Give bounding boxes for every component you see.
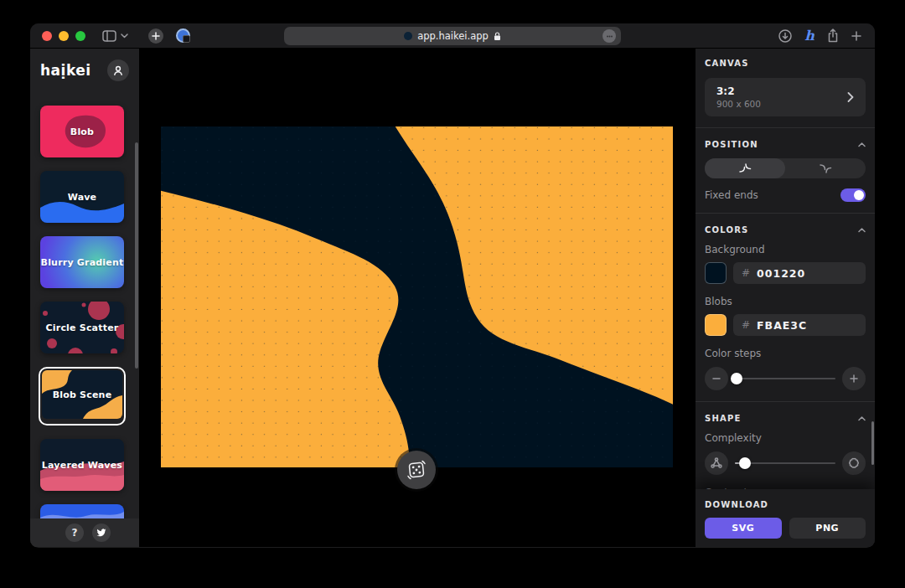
color-steps-slider-thumb[interactable] (731, 373, 742, 384)
site-favicon (404, 32, 412, 40)
complexity-slider[interactable] (735, 457, 835, 469)
page-settings-icon[interactable] (602, 29, 616, 43)
hash-prefix: # (742, 319, 750, 331)
add-circle-button[interactable] (148, 28, 163, 44)
background-hex-input[interactable] (757, 267, 857, 280)
template-label: Layered Waves (40, 439, 124, 491)
complexity-low-icon[interactable] (705, 451, 728, 475)
blobs-hex-field[interactable]: # (733, 314, 866, 336)
url-text: app.haikei.app (417, 30, 489, 42)
address-bar[interactable]: app.haikei.app (284, 27, 621, 45)
color-steps-minus-button[interactable] (705, 367, 728, 390)
canvas-area (139, 49, 696, 547)
download-section-title: DOWNLOAD (696, 489, 875, 509)
sidebar-footer: ? (30, 518, 139, 547)
panel-scrollbar[interactable] (871, 421, 874, 465)
template-card-blob[interactable]: Blob (40, 106, 124, 157)
canvas-section-title: CANVAS (705, 59, 749, 68)
slider-track (735, 378, 835, 379)
color-steps-plus-button[interactable] (842, 367, 866, 390)
user-avatar[interactable] (107, 59, 129, 81)
browser-window: app.haikei.app h haịkei (30, 23, 875, 548)
sidebar-toggle-icon[interactable] (102, 30, 116, 42)
extension-icon[interactable] (176, 28, 190, 43)
background-label: Background (696, 235, 875, 255)
template-card-layered-waves[interactable]: Layered Waves (40, 439, 124, 491)
color-steps-label: Color steps (696, 336, 875, 359)
colors-section-title: COLORS (705, 225, 748, 235)
download-png-button[interactable]: PNG (789, 518, 866, 539)
template-card-partial[interactable] (40, 504, 124, 518)
background-color-swatch[interactable] (705, 262, 727, 284)
collapse-chevron-icon[interactable] (858, 142, 866, 147)
close-window-button[interactable] (42, 31, 52, 41)
download-bar: DOWNLOAD SVG PNG (696, 489, 875, 547)
complexity-label: Complexity (696, 423, 875, 444)
template-label: Wave (40, 171, 124, 223)
collapse-chevron-icon[interactable] (858, 228, 866, 233)
template-card-wave[interactable]: Wave (40, 171, 124, 223)
traffic-lights (42, 31, 85, 41)
share-icon[interactable] (827, 28, 839, 43)
app-logo: haịkei (40, 62, 91, 79)
template-card-blob-scene-selected[interactable]: Blob Scene (39, 367, 126, 426)
position-section-title: POSITION (705, 140, 758, 149)
template-label: Circle Scatter (40, 302, 124, 353)
settings-panel: CANVAS 3:2 900 x 600 POSITION (696, 49, 875, 547)
toggle-knob (854, 190, 864, 200)
sidebar-scrollbar[interactable] (135, 142, 138, 369)
hash-prefix: # (742, 267, 750, 279)
download-svg-button[interactable]: SVG (705, 518, 782, 539)
twitter-button[interactable] (92, 524, 111, 542)
canvas-size-card[interactable]: 3:2 900 x 600 (705, 78, 866, 116)
lock-icon (494, 32, 501, 41)
randomize-dice-button[interactable] (397, 451, 436, 489)
browser-toolbar: app.haikei.app h (30, 23, 875, 49)
complexity-high-icon[interactable] (842, 451, 866, 475)
blobs-color-swatch[interactable] (705, 314, 727, 336)
blobs-hex-input[interactable] (757, 319, 857, 332)
sidebar-header: haịkei (30, 49, 139, 92)
background-hex-field[interactable]: # (733, 262, 866, 284)
template-list: Blob Wave Blurry Gradient Circle Scatter (30, 92, 139, 518)
new-tab-icon[interactable] (851, 31, 861, 41)
sidebar: haịkei Blob Wave Blurry Gradient (30, 49, 139, 547)
canvas-dimensions: 900 x 600 (716, 99, 761, 109)
template-card-blurry-gradient[interactable]: Blurry Gradient (40, 236, 124, 288)
shape-section-title: SHAPE (705, 414, 741, 423)
collapse-chevron-icon[interactable] (858, 416, 866, 421)
fixed-ends-toggle[interactable] (840, 188, 866, 202)
position-segmented-control (705, 158, 866, 178)
downloads-icon[interactable] (778, 29, 792, 43)
fixed-ends-label: Fixed ends (705, 189, 758, 201)
template-card-circle-scatter[interactable]: Circle Scatter (40, 302, 124, 353)
chevron-down-icon[interactable] (121, 34, 128, 39)
template-label: Blurry Gradient (40, 236, 124, 288)
haikei-extension-icon[interactable]: h (804, 29, 814, 43)
zoom-window-button[interactable] (75, 31, 85, 41)
chevron-right-icon (847, 92, 854, 102)
position-option-flow-a[interactable] (705, 158, 785, 178)
template-label: Blob Scene (42, 370, 122, 419)
color-steps-slider[interactable] (735, 373, 835, 384)
artboard-preview (161, 126, 673, 467)
complexity-slider-thumb[interactable] (739, 457, 751, 469)
blobs-label: Blobs (696, 284, 875, 307)
template-label (40, 504, 124, 518)
minimize-window-button[interactable] (59, 31, 69, 41)
template-label: Blob (40, 106, 124, 157)
canvas-ratio: 3:2 (716, 85, 761, 97)
position-option-flow-b[interactable] (785, 158, 866, 178)
help-button[interactable]: ? (65, 524, 84, 542)
